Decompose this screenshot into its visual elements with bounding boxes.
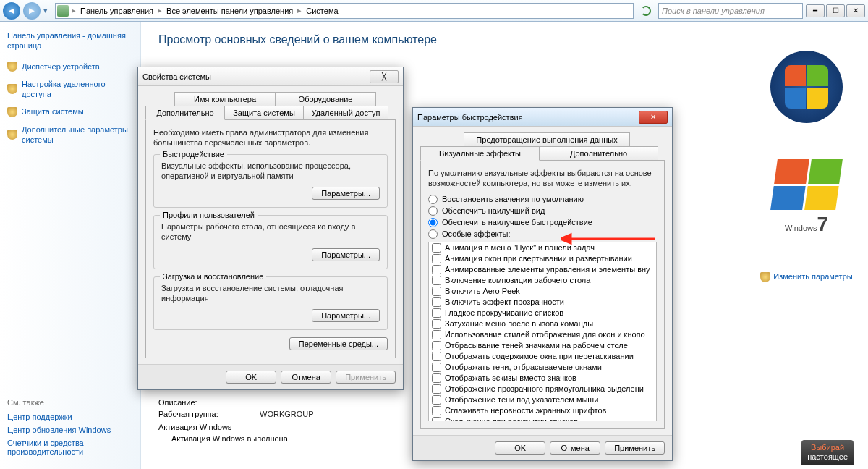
nav-forward-button[interactable]: ► (23, 2, 41, 20)
check-item[interactable]: Включить эффект прозрачности (429, 297, 656, 308)
radio-option[interactable]: Обеспечить наилучший вид (428, 206, 657, 216)
checkbox-input[interactable] (432, 265, 441, 274)
cancel-button[interactable]: Отмена (281, 371, 331, 384)
footer-link-perf[interactable]: Счетчики и средства производительности (7, 439, 134, 456)
radio-input[interactable] (428, 229, 438, 239)
refresh-button[interactable] (637, 2, 655, 20)
env-vars-button[interactable]: Переменные среды... (289, 337, 388, 350)
checkbox-input[interactable] (432, 297, 441, 307)
footer-link-update[interactable]: Центр обновления Windows (7, 426, 134, 434)
dialog-close-button[interactable]: ✕ (639, 111, 668, 124)
checkbox-input[interactable] (432, 243, 441, 253)
breadcrumb-item[interactable]: Все элементы панели управления (165, 7, 294, 15)
checkbox-input[interactable] (432, 330, 441, 339)
control-panel-icon (57, 5, 69, 17)
tab-advanced[interactable]: Дополнительно (539, 146, 658, 160)
check-item[interactable]: Отображать эскизы вместо значков (429, 373, 656, 384)
tab-remote[interactable]: Удаленный доступ (303, 106, 388, 119)
maximize-button[interactable]: ☐ (826, 4, 845, 17)
checkbox-label: Отбрасывание теней значками на рабочем с… (445, 341, 628, 350)
breadcrumb-bar[interactable]: ▸ Панель управления ▸ Все элементы панел… (55, 3, 634, 19)
apply-button[interactable]: Применить (336, 371, 396, 384)
radio-option[interactable]: Обеспечить наилучшее быстродействие (428, 218, 657, 227)
check-item[interactable]: Отображение тени под указателем мыши (429, 394, 656, 405)
radio-input[interactable] (428, 195, 438, 204)
radio-label: Обеспечить наилучшее быстродействие (442, 218, 592, 227)
checkbox-label: Гладкое прокручивание списков (445, 308, 563, 317)
footer-link-support[interactable]: Центр поддержки (7, 413, 134, 421)
cancel-button[interactable]: Отмена (550, 441, 600, 455)
search-input[interactable]: Поиск в панели управления (658, 3, 803, 19)
minimize-button[interactable]: ━ (806, 4, 825, 17)
dialog-titlebar[interactable]: Параметры быстродействия ✕ (413, 108, 672, 127)
breadcrumb-item[interactable]: Панель управления (79, 7, 155, 15)
check-item[interactable]: Отображать содержимое окна при перетаски… (429, 351, 656, 362)
radio-input[interactable] (428, 218, 438, 227)
check-item[interactable]: Включить Aero Peek (429, 286, 656, 297)
nav-history-dropdown[interactable]: ▾ (43, 6, 52, 15)
check-item[interactable]: Затухание меню после вызова команды (429, 318, 656, 329)
check-item[interactable]: Включение композиции рабочего стола (429, 275, 656, 286)
tab-dep[interactable]: Предотвращение выполнения данных (464, 132, 630, 146)
check-item[interactable]: Анимация в меню "Пуск" и панели задач (429, 242, 656, 253)
breadcrumb-item[interactable]: Система (305, 7, 339, 15)
check-item[interactable]: Отображать тени, отбрасываемые окнами (429, 362, 656, 373)
tab-hardware[interactable]: Оборудование (275, 92, 376, 106)
check-item[interactable]: Гладкое прокручивание списков (429, 308, 656, 318)
sidebar: Панель управления - домашняя страница Ди… (0, 22, 141, 469)
checkbox-input[interactable] (432, 406, 441, 415)
checkbox-label: Скольжение при раскрытии списков (445, 417, 578, 421)
check-item[interactable]: Отображение прозрачного прямоугольника в… (429, 384, 656, 394)
startup-settings-button[interactable]: Параметры... (312, 309, 380, 322)
radio-option[interactable]: Особые эффекты: (428, 229, 657, 239)
checkbox-input[interactable] (432, 363, 441, 372)
checkbox-label: Включить эффект прозрачности (445, 297, 564, 306)
change-params-link[interactable]: Изменить параметры (760, 272, 852, 282)
checkbox-input[interactable] (432, 308, 441, 318)
checkbox-input[interactable] (432, 384, 441, 394)
sidebar-link-advanced[interactable]: Дополнительные параметры системы (7, 124, 133, 145)
tab-advanced[interactable]: Дополнительно (145, 106, 225, 120)
see-also-label: См. также (7, 398, 134, 407)
tab-panel-advanced: Необходимо иметь права администратора дл… (145, 119, 396, 358)
checkbox-input[interactable] (432, 276, 441, 285)
nav-back-button[interactable]: ◄ (3, 2, 20, 20)
radio-input[interactable] (428, 206, 438, 216)
check-item[interactable]: Анимированные элементы управления и элем… (429, 264, 656, 275)
radio-label: Обеспечить наилучший вид (442, 206, 545, 215)
apply-button[interactable]: Применить (605, 441, 665, 455)
sidebar-link-remote[interactable]: Настройка удаленного доступа (7, 79, 133, 100)
profiles-settings-button[interactable]: Параметры... (312, 248, 380, 261)
checkbox-input[interactable] (432, 254, 441, 263)
radio-option[interactable]: Восстановить значения по умолчанию (428, 195, 657, 204)
checkbox-input[interactable] (432, 352, 441, 361)
check-item[interactable]: Скольжение при раскрытии списков (429, 416, 656, 421)
check-item[interactable]: Использование стилей отображения для око… (429, 329, 656, 340)
explorer-navbar: ◄ ► ▾ ▸ Панель управления ▸ Все элементы… (0, 0, 868, 22)
close-button[interactable]: ✕ (846, 4, 865, 17)
check-item[interactable]: Сглаживать неровности экранных шрифтов (429, 405, 656, 416)
tab-panel-visual: По умолчанию визуальные эффекты выбирают… (420, 160, 665, 429)
checkbox-input[interactable] (432, 319, 441, 329)
tab-protection[interactable]: Защита системы (224, 106, 304, 119)
ok-button[interactable]: OK (226, 371, 276, 384)
performance-settings-button[interactable]: Параметры... (312, 187, 380, 200)
check-item[interactable]: Отбрасывание теней значками на рабочем с… (429, 340, 656, 351)
tab-visual-effects[interactable]: Визуальные эффекты (420, 146, 540, 161)
checkbox-input[interactable] (432, 373, 441, 383)
sidebar-home-link[interactable]: Панель управления - домашняя страница (7, 30, 133, 51)
effects-checklist[interactable]: Анимация в меню "Пуск" и панели задачАни… (428, 242, 657, 421)
check-item[interactable]: Анимация окон при свертывании и разверты… (429, 253, 656, 264)
ok-button[interactable]: OK (495, 441, 545, 455)
checkbox-input[interactable] (432, 341, 441, 350)
checkbox-input[interactable] (432, 287, 441, 296)
dialog-titlebar[interactable]: Свойства системы ╳ (138, 67, 403, 86)
sidebar-link-device-manager[interactable]: Диспетчер устройств (7, 62, 133, 72)
sidebar-link-protection[interactable]: Защита системы (7, 106, 133, 117)
checkbox-input[interactable] (432, 417, 441, 421)
checkbox-input[interactable] (432, 395, 441, 405)
group-desc: Загрузка и восстановление системы, отлад… (161, 283, 380, 304)
dialog-close-button[interactable]: ╳ (370, 70, 399, 83)
workgroup-label: Рабочая группа: (158, 410, 260, 418)
tab-computer-name[interactable]: Имя компьютера (174, 92, 276, 106)
